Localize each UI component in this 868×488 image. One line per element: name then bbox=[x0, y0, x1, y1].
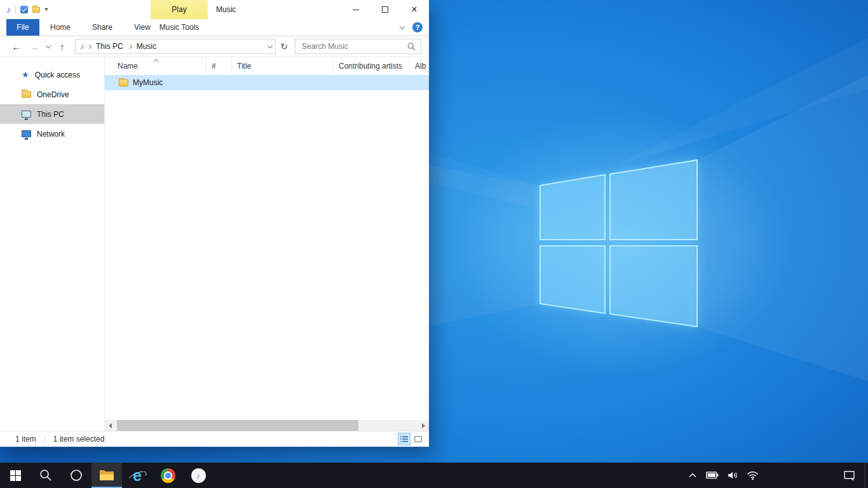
customize-toolbar-chevron-icon[interactable] bbox=[44, 8, 48, 11]
address-dropdown-chevron-icon[interactable] bbox=[268, 43, 273, 48]
maximize-button[interactable] bbox=[370, 0, 400, 19]
close-icon: × bbox=[411, 4, 417, 15]
column-header-contributing-artists[interactable]: Contributing artists bbox=[334, 57, 410, 75]
ribbon-tab-file[interactable]: File bbox=[6, 19, 39, 36]
window-controls: × bbox=[341, 0, 429, 19]
network-tray-button[interactable] bbox=[742, 463, 763, 488]
sidebar-item-quick-access[interactable]: ★ Quick access bbox=[0, 65, 104, 85]
chrome-button[interactable] bbox=[153, 463, 183, 488]
breadcrumb-chevron-icon[interactable] bbox=[87, 44, 92, 48]
file-name: MyMusic bbox=[133, 78, 163, 87]
system-tray bbox=[684, 463, 763, 488]
taskbar-file-explorer-button[interactable] bbox=[92, 463, 122, 488]
navigation-pane: ★ Quick access OneDrive This PC Network bbox=[0, 57, 105, 431]
breadcrumb-this-pc[interactable]: This PC bbox=[95, 42, 125, 51]
help-button[interactable]: ? bbox=[412, 22, 423, 32]
column-header-title[interactable]: Title bbox=[232, 57, 334, 75]
show-hidden-icons-button[interactable] bbox=[684, 463, 702, 488]
network-icon bbox=[22, 130, 31, 137]
chrome-icon bbox=[161, 468, 175, 483]
cortana-button[interactable] bbox=[61, 463, 92, 488]
details-view-button[interactable] bbox=[398, 433, 410, 445]
ribbon-tab-home[interactable]: Home bbox=[39, 19, 81, 36]
titlebar[interactable]: ♪ Play Music × bbox=[0, 0, 429, 19]
chevron-down-icon bbox=[46, 43, 51, 48]
show-desktop-button[interactable] bbox=[865, 463, 868, 488]
scroll-left-icon bbox=[109, 423, 112, 428]
action-center-button[interactable] bbox=[834, 463, 865, 488]
ribbon-tab-share[interactable]: Share bbox=[81, 19, 123, 36]
minimize-icon bbox=[353, 10, 359, 10]
quick-access-toolbar: ♪ bbox=[0, 5, 48, 14]
ribbon-tab-row: File Home Share View Music Tools ? bbox=[0, 19, 429, 36]
scrollbar-thumb[interactable] bbox=[117, 420, 358, 431]
recent-locations-chevron[interactable] bbox=[43, 38, 53, 55]
windows-logo-icon bbox=[10, 470, 21, 481]
sidebar-item-label: OneDrive bbox=[37, 90, 69, 99]
refresh-button[interactable]: ↻ bbox=[277, 39, 291, 54]
sidebar-item-network[interactable]: Network bbox=[0, 124, 104, 144]
wifi-icon bbox=[747, 471, 759, 480]
column-header-album[interactable]: Alb bbox=[410, 57, 429, 75]
action-center-icon bbox=[844, 470, 855, 481]
contextual-group-music-tools[interactable]: Music Tools bbox=[151, 19, 208, 36]
navigation-toolbar: ← → ↑ ♪ This PC Music ↻ bbox=[0, 36, 429, 57]
column-header-number[interactable]: # bbox=[207, 57, 232, 75]
address-bar[interactable]: ♪ This PC Music bbox=[75, 39, 276, 54]
taskbar: e ♪ bbox=[0, 463, 868, 488]
file-list-area: Name # Title Contributing artists Alb My… bbox=[105, 57, 429, 431]
search-box[interactable] bbox=[295, 39, 421, 54]
sidebar-item-label: Quick access bbox=[35, 71, 80, 79]
battery-icon bbox=[706, 471, 719, 479]
sidebar-item-this-pc[interactable]: This PC bbox=[0, 104, 104, 124]
large-icons-view-icon bbox=[414, 436, 422, 442]
breadcrumb-chevron-icon[interactable] bbox=[128, 44, 132, 48]
itunes-button[interactable]: ♪ bbox=[183, 463, 214, 488]
explorer-body: ★ Quick access OneDrive This PC Network bbox=[0, 57, 429, 431]
scrollbar-track[interactable] bbox=[116, 420, 418, 431]
maximize-icon bbox=[382, 6, 388, 13]
sidebar-item-label: Network bbox=[37, 130, 65, 139]
quick-access-star-icon: ★ bbox=[22, 71, 29, 79]
large-icons-view-button[interactable] bbox=[412, 433, 424, 445]
music-app-icon: ♪ bbox=[6, 5, 11, 14]
desktop: ♪ Play Music × File Home Share View Musi… bbox=[0, 0, 868, 488]
search-icon[interactable] bbox=[407, 43, 416, 51]
forward-button[interactable]: → bbox=[25, 38, 43, 55]
view-toggles bbox=[398, 433, 424, 445]
collapse-ribbon-chevron-icon[interactable] bbox=[400, 24, 405, 29]
minimize-button[interactable] bbox=[341, 0, 370, 19]
details-view-icon bbox=[400, 436, 408, 442]
onedrive-folder-icon bbox=[22, 91, 31, 98]
cortana-circle-icon bbox=[70, 469, 83, 482]
ribbon-right-controls: ? bbox=[400, 19, 423, 36]
new-folder-icon[interactable] bbox=[32, 7, 40, 13]
column-headers: Name # Title Contributing artists Alb bbox=[105, 57, 429, 75]
battery-tray-button[interactable] bbox=[702, 463, 723, 488]
close-button[interactable]: × bbox=[400, 0, 429, 19]
file-explorer-window: ♪ Play Music × File Home Share View Musi… bbox=[0, 0, 429, 447]
file-rows[interactable]: MyMusic bbox=[105, 75, 429, 420]
file-row-mymusic-selected[interactable]: MyMusic bbox=[105, 75, 429, 90]
breadcrumb-music[interactable]: Music bbox=[135, 42, 158, 51]
status-separator bbox=[44, 435, 45, 443]
status-bar: 1 item 1 item selected bbox=[0, 431, 429, 447]
start-button[interactable] bbox=[0, 463, 31, 488]
volume-tray-button[interactable] bbox=[723, 463, 742, 488]
internet-explorer-button[interactable]: e bbox=[122, 463, 153, 488]
sidebar-item-label: This PC bbox=[37, 110, 64, 119]
properties-icon[interactable] bbox=[20, 6, 28, 13]
window-title: Music bbox=[216, 0, 236, 19]
location-music-icon: ♪ bbox=[80, 43, 84, 50]
horizontal-scrollbar[interactable] bbox=[105, 420, 429, 431]
scroll-right-button[interactable] bbox=[418, 420, 429, 431]
toolbar-separator bbox=[15, 5, 16, 14]
sidebar-item-onedrive[interactable]: OneDrive bbox=[0, 85, 104, 104]
up-button[interactable]: ↑ bbox=[53, 38, 71, 55]
ribbon-tab-play[interactable]: Play bbox=[151, 0, 208, 19]
scroll-left-button[interactable] bbox=[105, 420, 116, 431]
back-button[interactable]: ← bbox=[8, 38, 25, 55]
taskbar-search-button[interactable] bbox=[31, 463, 61, 488]
search-input[interactable] bbox=[301, 41, 403, 51]
computer-icon bbox=[22, 111, 31, 118]
